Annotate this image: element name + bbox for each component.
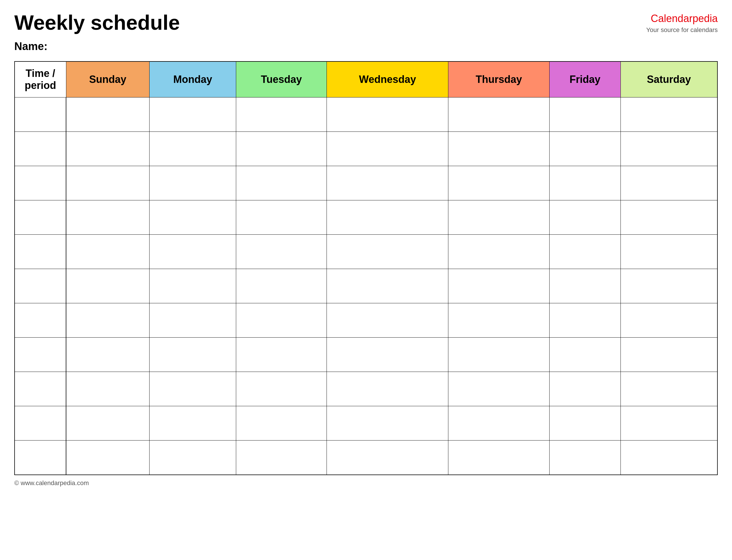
table-cell[interactable] <box>327 269 448 303</box>
table-cell[interactable] <box>149 303 236 338</box>
table-cell[interactable] <box>327 406 448 441</box>
table-cell[interactable] <box>236 132 327 166</box>
table-cell[interactable] <box>15 269 66 303</box>
table-cell[interactable] <box>149 269 236 303</box>
table-cell[interactable] <box>620 132 717 166</box>
table-cell[interactable] <box>448 372 549 406</box>
table-cell[interactable] <box>66 97 149 132</box>
table-cell[interactable] <box>149 441 236 475</box>
schedule-table: Time / period Sunday Monday Tuesday Wedn… <box>14 61 718 475</box>
table-cell[interactable] <box>66 166 149 200</box>
table-cell[interactable] <box>620 97 717 132</box>
table-cell[interactable] <box>236 166 327 200</box>
table-cell[interactable] <box>448 441 549 475</box>
table-cell[interactable] <box>620 200 717 235</box>
table-cell[interactable] <box>15 372 66 406</box>
table-cell[interactable] <box>327 235 448 269</box>
col-header-sunday: Sunday <box>66 61 149 97</box>
table-cell[interactable] <box>620 338 717 372</box>
page-header: Weekly schedule Calendarpedia Your sourc… <box>14 11 718 35</box>
table-cell[interactable] <box>448 235 549 269</box>
table-cell[interactable] <box>15 338 66 372</box>
table-cell[interactable] <box>549 303 620 338</box>
table-cell[interactable] <box>149 372 236 406</box>
table-cell[interactable] <box>149 166 236 200</box>
brand-tagline: Your source for calendars <box>646 26 718 35</box>
table-cell[interactable] <box>236 235 327 269</box>
table-cell[interactable] <box>327 97 448 132</box>
table-cell[interactable] <box>66 338 149 372</box>
table-row <box>15 166 717 200</box>
table-cell[interactable] <box>66 269 149 303</box>
table-cell[interactable] <box>549 132 620 166</box>
table-cell[interactable] <box>66 406 149 441</box>
table-cell[interactable] <box>15 235 66 269</box>
table-cell[interactable] <box>236 303 327 338</box>
table-cell[interactable] <box>236 406 327 441</box>
table-cell[interactable] <box>236 338 327 372</box>
col-header-friday: Friday <box>549 61 620 97</box>
col-header-time: Time / period <box>15 61 66 97</box>
table-cell[interactable] <box>15 441 66 475</box>
table-cell[interactable] <box>620 406 717 441</box>
table-cell[interactable] <box>327 132 448 166</box>
table-cell[interactable] <box>327 303 448 338</box>
table-cell[interactable] <box>236 441 327 475</box>
table-cell[interactable] <box>149 200 236 235</box>
table-cell[interactable] <box>448 200 549 235</box>
table-cell[interactable] <box>15 97 66 132</box>
table-cell[interactable] <box>149 97 236 132</box>
col-header-wednesday: Wednesday <box>327 61 448 97</box>
table-cell[interactable] <box>149 338 236 372</box>
table-cell[interactable] <box>327 200 448 235</box>
table-cell[interactable] <box>327 372 448 406</box>
table-cell[interactable] <box>620 441 717 475</box>
table-cell[interactable] <box>620 303 717 338</box>
table-cell[interactable] <box>66 200 149 235</box>
table-cell[interactable] <box>236 269 327 303</box>
table-cell[interactable] <box>15 166 66 200</box>
table-cell[interactable] <box>549 372 620 406</box>
table-cell[interactable] <box>549 338 620 372</box>
table-cell[interactable] <box>149 235 236 269</box>
table-cell[interactable] <box>549 235 620 269</box>
table-cell[interactable] <box>448 269 549 303</box>
table-cell[interactable] <box>236 200 327 235</box>
table-cell[interactable] <box>549 406 620 441</box>
table-cell[interactable] <box>66 132 149 166</box>
table-cell[interactable] <box>448 97 549 132</box>
table-cell[interactable] <box>236 372 327 406</box>
table-cell[interactable] <box>66 441 149 475</box>
table-cell[interactable] <box>327 338 448 372</box>
table-row <box>15 406 717 441</box>
table-cell[interactable] <box>448 406 549 441</box>
table-cell[interactable] <box>149 132 236 166</box>
table-cell[interactable] <box>236 97 327 132</box>
table-cell[interactable] <box>327 441 448 475</box>
table-cell[interactable] <box>549 97 620 132</box>
table-cell[interactable] <box>15 200 66 235</box>
table-cell[interactable] <box>620 166 717 200</box>
table-cell[interactable] <box>549 441 620 475</box>
table-cell[interactable] <box>448 132 549 166</box>
table-row <box>15 235 717 269</box>
table-cell[interactable] <box>448 166 549 200</box>
table-cell[interactable] <box>149 406 236 441</box>
table-cell[interactable] <box>620 372 717 406</box>
table-row <box>15 200 717 235</box>
table-cell[interactable] <box>448 338 549 372</box>
table-cell[interactable] <box>620 269 717 303</box>
table-cell[interactable] <box>15 303 66 338</box>
table-cell[interactable] <box>327 166 448 200</box>
table-cell[interactable] <box>66 372 149 406</box>
table-cell[interactable] <box>448 303 549 338</box>
table-cell[interactable] <box>15 406 66 441</box>
table-cell[interactable] <box>15 132 66 166</box>
footer: © www.calendarpedia.com <box>14 479 718 487</box>
table-cell[interactable] <box>66 235 149 269</box>
table-cell[interactable] <box>620 235 717 269</box>
table-cell[interactable] <box>549 166 620 200</box>
table-cell[interactable] <box>549 269 620 303</box>
table-cell[interactable] <box>66 303 149 338</box>
table-cell[interactable] <box>549 200 620 235</box>
